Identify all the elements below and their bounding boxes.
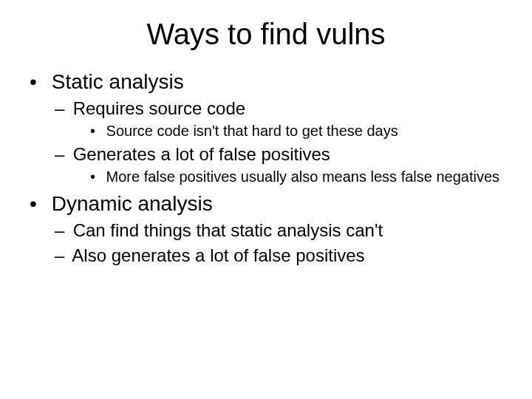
bullet-static-analysis: Static analysis Requires source code Sou… (30, 69, 510, 186)
sub-sub-list: More false positives usually also means … (68, 168, 510, 186)
bullet-label: Requires source code (73, 98, 245, 118)
bullet-label: Dynamic analysis (52, 192, 213, 215)
slide-title: Ways to find vulns (22, 18, 510, 51)
bullet-label: Static analysis (52, 70, 184, 93)
bullet-requires-source: Requires source code Source code isn't t… (55, 98, 510, 140)
bullet-false-positives: Generates a lot of false positives More … (55, 143, 510, 186)
bullet-label: Generates a lot of false positives (73, 144, 330, 164)
bullet-label: Can find things that static analysis can… (73, 220, 383, 240)
bullet-label: More false positives usually also means … (106, 168, 499, 185)
bullet-label: Also generates a lot of false positives (72, 245, 364, 265)
bullet-source-easy: Source code isn't that hard to get these… (90, 122, 510, 140)
bullet-list: Static analysis Requires source code Sou… (22, 69, 510, 267)
bullet-label: Source code isn't that hard to get these… (106, 123, 398, 139)
bullet-dynamic-analysis: Dynamic analysis Can find things that st… (30, 191, 510, 267)
bullet-dynamic-fp: Also generates a lot of false positives (55, 245, 510, 267)
slide: Ways to find vulns Static analysis Requi… (0, 0, 532, 399)
sub-list: Requires source code Source code isn't t… (30, 98, 510, 186)
sub-sub-list: Source code isn't that hard to get these… (68, 122, 510, 140)
bullet-fp-fn: More false positives usually also means … (90, 168, 510, 186)
sub-list: Can find things that static analysis can… (30, 219, 510, 267)
bullet-dynamic-find: Can find things that static analysis can… (55, 219, 510, 242)
